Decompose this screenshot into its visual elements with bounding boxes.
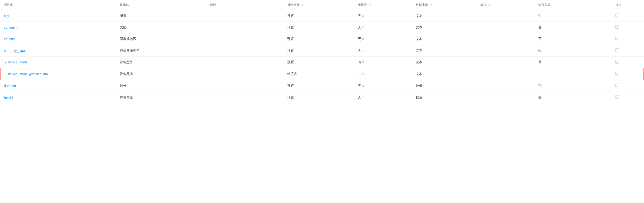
attr-name-link[interactable]: currency_type — [4, 49, 25, 53]
header-attr-name: 属性名 — [0, 0, 116, 10]
header-imported: 曾否入库 — [534, 0, 612, 10]
imported-cell: 否 — [534, 57, 612, 68]
data-type-cell: 数值 — [412, 92, 476, 103]
attributes-table-container: 属性名 显示名 说明 属性类型 ▼ 维度表 ▼ 数据类型 ▼ — [0, 0, 644, 103]
data-type-cell: 文本 — [412, 57, 476, 68]
attr-name-link[interactable]: country — [4, 37, 15, 41]
action-cell — [612, 10, 644, 22]
table-row: duration时长预置无 ⚙数值否 — [0, 80, 644, 92]
attr-type-cell: 预置 — [284, 80, 354, 92]
unit-filter-icon[interactable]: ▼ — [488, 4, 491, 7]
table-body: city城市预置无 ⚙文本否continent大陆预置无 ⚙文本否country… — [0, 10, 644, 103]
display-name-cell: 时长 — [116, 80, 206, 92]
attr-name-link[interactable]: city — [4, 14, 9, 18]
gear-icon[interactable]: ⚙ — [362, 14, 364, 18]
edit-icon[interactable] — [616, 14, 619, 18]
edit-icon[interactable] — [616, 72, 619, 76]
table-header: 属性名 显示名 说明 属性类型 ▼ 维度表 ▼ 数据类型 ▼ — [0, 0, 644, 10]
gear-icon[interactable]: ⚙ — [362, 26, 364, 29]
dimension-cell: 无 ⚙ — [354, 45, 412, 57]
edit-icon[interactable] — [616, 60, 619, 65]
attr-type-cell: 预置 — [284, 57, 354, 68]
gear-icon[interactable]: ⚙ — [362, 84, 364, 88]
attr-name-cell: city — [0, 10, 116, 22]
dimension-value: 无 — [358, 49, 361, 52]
display-name-cell: 设备品牌 * — [116, 68, 206, 80]
action-cell — [612, 45, 644, 57]
attr-name-cell: device_model@device_bra... — [0, 68, 116, 80]
edit-icon[interactable] — [616, 95, 619, 100]
attr-type-cell: 预置 — [284, 22, 354, 33]
header-dimension: 维度表 ▼ — [354, 0, 412, 10]
attr-type-cell: 维度表 — [284, 68, 354, 80]
header-description: 说明 — [206, 0, 284, 10]
attr-name-cell: continent — [0, 22, 116, 33]
attr-name-cell: currency_type — [0, 45, 116, 57]
attr-name-link[interactable]: device_model@device_bra... — [8, 72, 51, 76]
unit-cell — [476, 68, 534, 80]
unit-cell — [476, 92, 534, 103]
dimension-value: 无 — [358, 25, 361, 29]
edit-icon[interactable] — [616, 37, 619, 41]
dimension-value: 有 — [358, 60, 361, 64]
gear-icon[interactable]: ⚙ — [362, 37, 364, 41]
attr-type-cell: 预置 — [284, 45, 354, 57]
gear-icon[interactable]: ⚙ — [362, 96, 364, 99]
description-cell — [206, 57, 284, 68]
question-icon[interactable]: ? — [362, 73, 366, 76]
attributes-table: 属性名 显示名 说明 属性类型 ▼ 维度表 ▼ 数据类型 ▼ — [0, 0, 644, 103]
dimension-cell: 无 ⚙ — [354, 33, 412, 45]
description-cell — [206, 68, 284, 80]
edit-icon[interactable] — [616, 84, 619, 88]
description-cell — [206, 80, 284, 92]
description-cell — [206, 92, 284, 103]
table-row: country国家或地区预置无 ⚙文本否 — [0, 33, 644, 45]
table-row: currency_type充值货币类型预置无 ⚙文本否 — [0, 45, 644, 57]
unit-cell — [476, 57, 534, 68]
unit-cell — [476, 45, 534, 57]
data-type-cell: 文本 — [412, 10, 476, 22]
action-cell — [612, 57, 644, 68]
unit-cell — [476, 80, 534, 92]
dimension-cell: 无 ⚙ — [354, 10, 412, 22]
dimension-cell: 无 ⚙ — [354, 80, 412, 92]
data-type-filter-icon[interactable]: ▼ — [430, 4, 432, 7]
description-cell — [206, 45, 284, 57]
attr-name-link[interactable]: device_model — [8, 60, 28, 64]
dimension-value: 无 — [358, 37, 361, 41]
edit-icon[interactable] — [616, 25, 619, 30]
table-row: city城市预置无 ⚙文本否 — [0, 10, 644, 22]
table-row: ▼ device_model设备型号预置有 ⚙文本否 — [0, 57, 644, 68]
data-type-cell: 文本 — [412, 33, 476, 45]
edit-icon[interactable] — [616, 48, 619, 53]
attr-name-link[interactable]: duration — [4, 84, 16, 88]
description-cell — [206, 33, 284, 45]
display-name-cell: 设备型号 — [116, 57, 206, 68]
action-cell — [612, 68, 644, 80]
attr-type-filter-icon[interactable]: ▼ — [301, 4, 304, 7]
data-type-cell: 文本 — [412, 22, 476, 33]
data-type-cell: 文本 — [412, 68, 476, 80]
unit-cell — [476, 33, 534, 45]
imported-cell: 否 — [534, 45, 612, 57]
gear-icon[interactable]: ⚙ — [362, 61, 364, 64]
header-data-type: 数据类型 ▼ — [412, 0, 476, 10]
expand-icon[interactable]: ▼ — [4, 61, 7, 64]
attr-name-link[interactable]: continent — [4, 26, 18, 29]
data-type-cell: 文本 — [412, 45, 476, 57]
attr-type-cell: 预置 — [284, 33, 354, 45]
action-cell — [612, 92, 644, 103]
attr-type-cell: 预置 — [284, 10, 354, 22]
unit-cell — [476, 10, 534, 22]
dimension-value: 无 — [358, 95, 361, 99]
dimension-value: 无 — [358, 84, 361, 88]
dimension-filter-icon[interactable]: ▼ — [369, 4, 372, 7]
attr-name-cell: height — [0, 92, 116, 103]
attr-name-link[interactable]: height — [4, 96, 13, 99]
imported-cell: 否 — [534, 80, 612, 92]
gear-icon[interactable]: ⚙ — [362, 49, 364, 52]
dimension-value: — — [358, 72, 362, 76]
dimension-cell: —? — [354, 68, 412, 80]
attr-name-cell: duration — [0, 80, 116, 92]
description-cell — [206, 10, 284, 22]
